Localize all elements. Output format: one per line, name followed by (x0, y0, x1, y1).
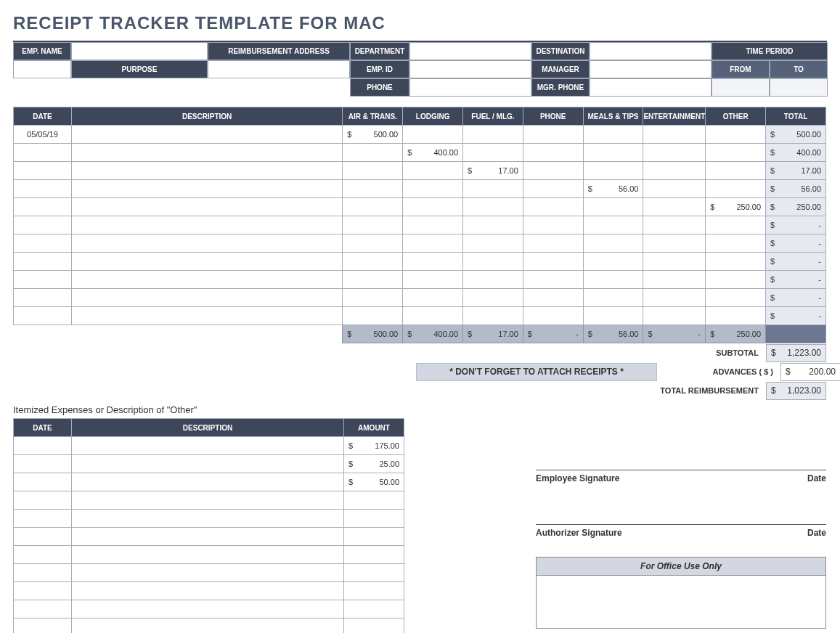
table-row[interactable]: $17.00$17.00 (14, 162, 826, 180)
department-input[interactable] (409, 42, 531, 60)
employee-signature-line[interactable]: Employee SignatureDate (536, 470, 826, 483)
table-row[interactable]: 05/05/19$500.00$500.00 (14, 126, 826, 144)
office-use-box: For Office Use Only (536, 557, 826, 629)
itemized-other-heading: Itemized Expenses or Description of "Oth… (13, 404, 826, 415)
table-row[interactable] (14, 582, 404, 600)
time-period-label: TIME PERIOD (711, 42, 828, 60)
subtotal-summary: SUBTOTAL $1,223.00 (13, 343, 826, 362)
authorizer-signature-line[interactable]: Authorizer SignatureDate (536, 524, 826, 538)
itemized-other-table: DATE DESCRIPTION AMOUNT $175.00$25.00$50… (13, 418, 404, 633)
manager-input[interactable] (590, 60, 711, 78)
col-fuel: FUEL / MLG. (463, 107, 523, 126)
from-label: FROM (711, 60, 770, 78)
other-col-desc: DESCRIPTION (72, 419, 344, 437)
table-row[interactable] (14, 546, 404, 564)
emp-id-input[interactable] (409, 60, 531, 78)
phone-input[interactable] (409, 78, 531, 97)
col-total: TOTAL (766, 107, 826, 126)
table-row[interactable]: $- (14, 234, 826, 253)
other-col-amount: AMOUNT (344, 419, 404, 437)
reimb-addr-label: REIMBURSEMENT ADDRESS (208, 42, 350, 60)
table-row[interactable]: $50.00 (14, 473, 404, 491)
col-date: DATE (14, 107, 72, 126)
from-input[interactable] (711, 78, 770, 97)
total-reimb-summary: TOTAL REIMBURSEMENT $1,023.00 (13, 381, 826, 400)
table-row[interactable]: $- (14, 216, 826, 234)
to-input[interactable] (770, 78, 828, 97)
purpose-input[interactable] (208, 60, 350, 78)
attach-receipts-reminder: * DON'T FORGET TO ATTACH RECEIPTS * (416, 363, 657, 381)
table-row[interactable]: $- (14, 307, 826, 325)
manager-label: MANAGER (531, 60, 590, 78)
col-other: OTHER (706, 107, 766, 126)
destination-label: DESTINATION (531, 42, 590, 60)
table-row[interactable] (14, 528, 404, 546)
col-lodg: LODGING (403, 107, 463, 126)
emp-name-input[interactable] (71, 42, 208, 60)
col-meals: MEALS & TIPS (583, 107, 643, 126)
table-row[interactable]: $56.00$56.00 (14, 180, 826, 198)
header-block: EMP. NAME REIMBURSEMENT ADDRESS DEPARTME… (13, 41, 827, 97)
table-row[interactable]: $- (14, 253, 826, 271)
mgr-phone-label: MGR. PHONE (531, 78, 590, 97)
table-row[interactable] (14, 600, 404, 618)
reimb-addr-input[interactable] (13, 60, 71, 78)
expense-table: DATE DESCRIPTION AIR & TRANS. LODGING FU… (13, 107, 826, 343)
mgr-phone-input[interactable] (590, 78, 711, 97)
table-row[interactable]: $175.00 (14, 437, 404, 455)
subtotal-row: $500.00 $400.00 $17.00 $- $56.00 $- $250… (14, 325, 826, 343)
emp-id-label: EMP. ID (350, 60, 409, 78)
table-row[interactable] (14, 491, 404, 510)
table-row[interactable]: $400.00$400.00 (14, 144, 826, 162)
other-col-date: DATE (14, 419, 72, 437)
col-desc: DESCRIPTION (71, 107, 342, 126)
table-row[interactable]: $- (14, 271, 826, 289)
page-title: RECEIPT TRACKER TEMPLATE FOR MAC (13, 13, 827, 33)
table-row[interactable]: $25.00 (14, 455, 404, 473)
col-ent: ENTERTAINMENT (643, 107, 706, 126)
destination-input[interactable] (590, 42, 711, 60)
table-row[interactable] (14, 510, 404, 528)
purpose-label: PURPOSE (71, 60, 208, 78)
table-row[interactable]: $250.00$250.00 (14, 198, 826, 216)
table-row[interactable] (14, 564, 404, 582)
advances-summary: * DON'T FORGET TO ATTACH RECEIPTS * ADVA… (13, 362, 826, 381)
table-row[interactable]: $- (14, 289, 826, 307)
to-label: TO (770, 60, 828, 78)
table-row[interactable] (14, 618, 404, 634)
col-air: AIR & TRANS. (343, 107, 403, 126)
phone-label: PHONE (350, 78, 409, 97)
col-phone: PHONE (523, 107, 583, 126)
emp-name-label: EMP. NAME (13, 42, 71, 60)
department-label: DEPARTMENT (350, 42, 409, 60)
